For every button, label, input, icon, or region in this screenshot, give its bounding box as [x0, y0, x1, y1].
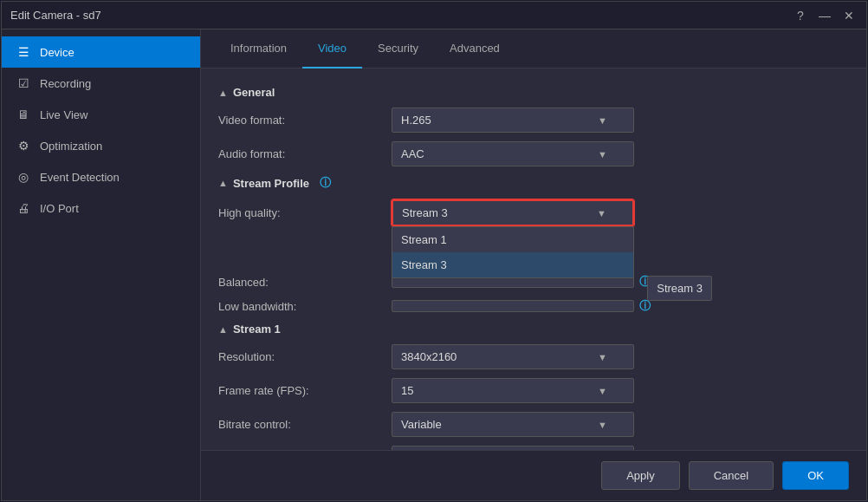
general-chevron-icon: ▲ — [218, 88, 228, 98]
audio-format-label: Audio format: — [218, 147, 392, 160]
high-quality-dropdown-menu: Stream 1 Stream 3 — [392, 226, 634, 278]
help-button[interactable]: ? — [792, 9, 809, 23]
balanced-label: Balanced: — [218, 276, 392, 289]
sidebar-label-live-view: Live View — [40, 108, 87, 121]
audio-format-control: AAC ▼ — [392, 141, 634, 166]
sidebar-item-device[interactable]: ☰ Device — [2, 36, 200, 68]
image-quality-row: Image quality: 5 (Highest) ▼ — [218, 446, 849, 450]
resolution-value: 3840x2160 — [401, 350, 457, 363]
video-format-value: H.265 — [401, 114, 431, 127]
sidebar-label-optimization: Optimization — [40, 140, 102, 153]
stream-profile-section-header: ▲ Stream Profile ⓘ — [218, 175, 849, 191]
ok-button[interactable]: OK — [782, 461, 849, 490]
high-quality-control: Stream 3 ▼ Stream 1 Stream 3 — [392, 199, 634, 226]
live-view-icon: 🖥 — [16, 108, 31, 121]
frame-rate-control: 15 ▼ — [392, 378, 634, 403]
sidebar-item-recording[interactable]: ☑ Recording — [2, 68, 200, 99]
sidebar-item-io-port[interactable]: 🖨 I/O Port — [2, 192, 200, 224]
title-bar: Edit Camera - sd7 ? — ✕ — [2, 2, 866, 29]
sidebar-label-io-port: I/O Port — [40, 202, 79, 215]
balanced-stream-tooltip: Stream 3 — [647, 276, 712, 301]
video-format-row: Video format: H.265 ▼ — [218, 108, 849, 133]
footer: Apply Cancel OK — [201, 450, 866, 500]
resolution-row: Resolution: 3840x2160 ▼ — [218, 344, 849, 369]
event-detection-icon: ◎ — [16, 170, 31, 184]
sidebar: ☰ Device ☑ Recording 🖥 Live View ⚙ Optim… — [2, 29, 201, 500]
image-quality-control: 5 (Highest) ▼ — [392, 446, 634, 450]
frame-rate-row: Frame rate (FPS): 15 ▼ — [218, 378, 849, 403]
main-content: ☰ Device ☑ Recording 🖥 Live View ⚙ Optim… — [2, 29, 866, 500]
tab-security[interactable]: Security — [362, 29, 434, 68]
high-quality-row: High quality: Stream 3 ▼ Stream 1 — [218, 199, 849, 226]
io-port-icon: 🖨 — [16, 201, 31, 215]
stream1-section-header: ▲ Stream 1 — [218, 323, 849, 336]
frame-rate-dropdown[interactable]: 15 ▼ — [392, 378, 634, 403]
bitrate-control-value: Variable — [401, 418, 442, 431]
frame-rate-arrow-icon: ▼ — [598, 386, 607, 396]
resolution-label: Resolution: — [218, 350, 392, 363]
bitrate-control-label: Bitrate control: — [218, 418, 392, 431]
high-quality-label: High quality: — [218, 206, 392, 219]
dialog-title: Edit Camera - sd7 — [10, 9, 101, 22]
dropdown-option-stream3[interactable]: Stream 3 — [392, 252, 633, 277]
bitrate-control-arrow-icon: ▼ — [598, 420, 607, 430]
video-format-arrow-icon: ▼ — [598, 115, 607, 126]
tab-video[interactable]: Video — [302, 29, 362, 68]
high-quality-value: Stream 3 — [402, 206, 448, 219]
high-quality-arrow-icon: ▼ — [597, 208, 606, 218]
image-quality-dropdown[interactable]: 5 (Highest) ▼ — [392, 446, 634, 450]
stream1-chevron-icon: ▲ — [218, 324, 228, 335]
resolution-arrow-icon: ▼ — [598, 352, 607, 362]
low-bandwidth-control — [392, 300, 634, 312]
audio-format-row: Audio format: AAC ▼ — [218, 141, 849, 166]
sidebar-item-live-view[interactable]: 🖥 Live View — [2, 99, 200, 130]
dropdown-option-stream1[interactable]: Stream 1 — [392, 227, 633, 252]
tab-bar: Information Video Security Advanced — [201, 29, 866, 68]
audio-format-value: AAC — [401, 147, 424, 160]
stream-profile-chevron-icon: ▲ — [218, 178, 228, 188]
tab-advanced[interactable]: Advanced — [434, 29, 515, 68]
high-quality-dropdown[interactable]: Stream 3 ▼ — [392, 199, 634, 226]
general-section-header: ▲ General — [218, 86, 849, 99]
resolution-dropdown[interactable]: 3840x2160 ▼ — [392, 344, 634, 369]
video-format-control: H.265 ▼ — [392, 108, 634, 133]
sidebar-label-device: Device — [40, 46, 74, 59]
video-format-dropdown[interactable]: H.265 ▼ — [392, 108, 634, 133]
optimization-icon: ⚙ — [16, 139, 31, 153]
device-icon: ☰ — [16, 45, 31, 59]
minimize-button[interactable]: — — [816, 9, 833, 23]
content-area: ▲ General Video format: H.265 ▼ Audio fo… — [201, 68, 866, 450]
edit-camera-dialog: Edit Camera - sd7 ? — ✕ ☰ Device ☑ Recor… — [1, 1, 867, 501]
close-button[interactable]: ✕ — [840, 9, 858, 23]
apply-button[interactable]: Apply — [601, 461, 680, 490]
sidebar-item-optimization[interactable]: ⚙ Optimization — [2, 130, 200, 161]
stream-profile-info-icon[interactable]: ⓘ — [320, 175, 331, 191]
frame-rate-value: 15 — [401, 384, 413, 397]
recording-icon: ☑ — [16, 76, 31, 90]
audio-format-arrow-icon: ▼ — [598, 149, 607, 160]
sidebar-label-event-detection: Event Detection — [40, 171, 120, 184]
low-bandwidth-row: Low bandwidth: ⓘ — [218, 298, 849, 314]
tab-information[interactable]: Information — [215, 29, 302, 68]
cancel-button[interactable]: Cancel — [689, 461, 774, 490]
low-bandwidth-label: Low bandwidth: — [218, 300, 392, 313]
video-format-label: Video format: — [218, 114, 392, 127]
frame-rate-label: Frame rate (FPS): — [218, 384, 392, 397]
right-panel: Information Video Security Advanced ▲ Ge… — [201, 29, 866, 500]
audio-format-dropdown[interactable]: AAC ▼ — [392, 141, 634, 166]
low-bandwidth-dropdown[interactable] — [392, 300, 634, 312]
title-bar-controls: ? — ✕ — [792, 9, 858, 23]
bitrate-control-dropdown[interactable]: Variable ▼ — [392, 412, 634, 437]
resolution-control: 3840x2160 ▼ — [392, 344, 634, 369]
sidebar-label-recording: Recording — [40, 77, 91, 90]
bitrate-control-row: Bitrate control: Variable ▼ — [218, 412, 849, 437]
sidebar-item-event-detection[interactable]: ◎ Event Detection — [2, 161, 200, 192]
bitrate-control-control: Variable ▼ — [392, 412, 634, 437]
